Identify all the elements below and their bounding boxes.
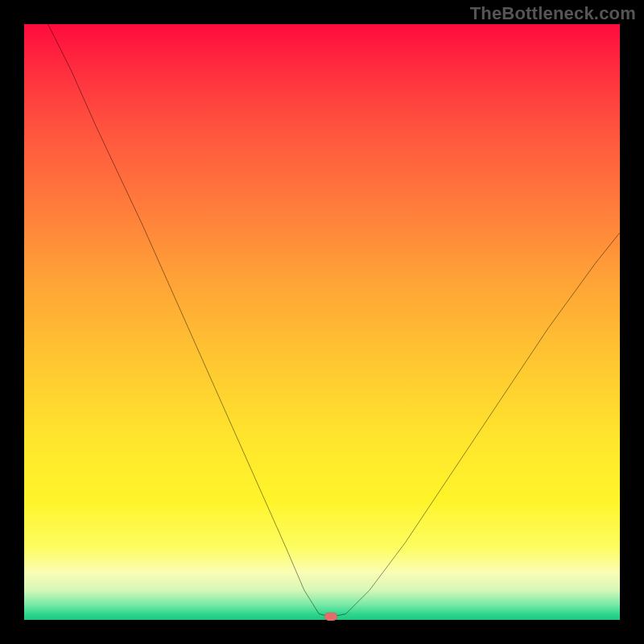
bottleneck-curve xyxy=(24,24,620,620)
optimal-point-marker xyxy=(324,613,337,621)
curve-path xyxy=(48,24,620,617)
attribution-text: TheBottleneck.com xyxy=(470,3,636,24)
plot-area xyxy=(24,24,620,620)
chart-frame: TheBottleneck.com xyxy=(0,0,644,644)
